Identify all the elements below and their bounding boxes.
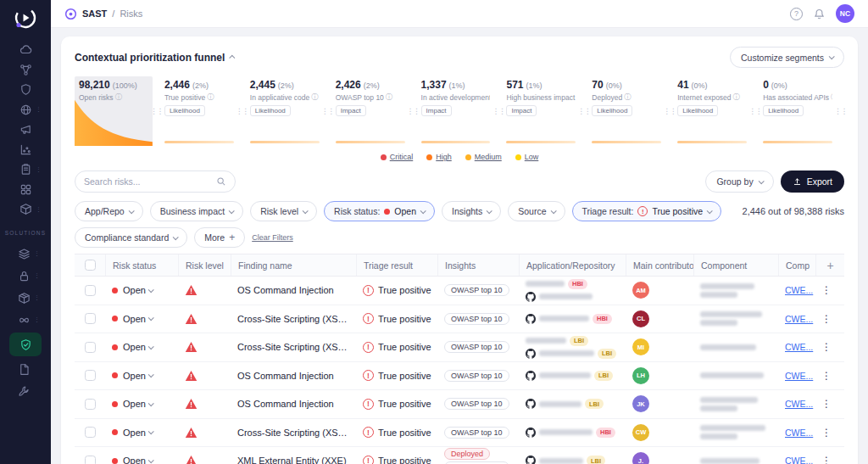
filter-chip-app-repo[interactable]: App/Repo xyxy=(75,201,143,221)
customize-segments-button[interactable]: Customize segments xyxy=(730,47,844,68)
row-checkbox[interactable] xyxy=(85,285,96,296)
finding-name-cell[interactable]: Cross-Site Scripting (XSS) DO... xyxy=(231,428,356,438)
contributor-avatar[interactable]: JK xyxy=(632,395,649,412)
row-checkbox[interactable] xyxy=(85,342,96,353)
group-by-dropdown[interactable]: Group by xyxy=(705,171,773,193)
row-checkbox[interactable] xyxy=(85,456,96,464)
app-logo[interactable] xyxy=(13,5,38,31)
sidebar-item-sast-shield[interactable] xyxy=(9,333,42,356)
filter-chip-compliance-standard[interactable]: Compliance standard xyxy=(75,227,187,248)
risk-status-cell[interactable]: Open xyxy=(105,314,178,324)
segment-drag-handle[interactable]: ⋮⋮ xyxy=(751,76,759,146)
row-checkbox[interactable] xyxy=(85,313,96,324)
sidebar-item-globe[interactable]: ⋮ xyxy=(11,100,40,119)
segment-drag-handle[interactable]: ⋮⋮ xyxy=(409,76,417,146)
sidebar-item-layers[interactable]: ⋮ xyxy=(9,244,38,263)
cwe-link[interactable]: CWE... xyxy=(785,314,813,324)
table-row[interactable]: OpenCross-Site Scripting (XSS) DO...!Tru… xyxy=(75,305,844,334)
cwe-link[interactable]: CWE... xyxy=(785,285,813,295)
filter-chip-source[interactable]: Source xyxy=(508,201,565,221)
contributor-avatar[interactable]: MI xyxy=(632,338,649,355)
kebab-menu-icon[interactable]: ⋮ xyxy=(821,284,832,296)
sidebar-item-grid[interactable] xyxy=(11,180,40,198)
risk-status-cell[interactable]: Open xyxy=(105,371,178,381)
export-button[interactable]: Export xyxy=(781,171,844,193)
sidebar-item-inventory[interactable]: ⋮ xyxy=(11,200,40,219)
cwe-link[interactable]: CWE... xyxy=(785,371,813,381)
application-repository-cell[interactable]: HBI xyxy=(519,314,626,324)
filter-chip-risk-status[interactable]: Risk status:Open xyxy=(324,201,435,221)
application-repository-cell[interactable]: HBI xyxy=(519,279,626,302)
segment-drag-handle[interactable]: ⋮⋮ xyxy=(494,76,502,146)
finding-name-cell[interactable]: OS Command Injection xyxy=(231,371,356,381)
row-checkbox[interactable] xyxy=(85,427,96,438)
segment-drag-handle[interactable]: ⋮⋮ xyxy=(238,76,246,146)
segment-drag-handle[interactable]: ⋮⋮ xyxy=(324,76,331,146)
funnel-segment[interactable]: 2,446(2%)True positiveⓘLikelihood xyxy=(160,76,238,146)
kebab-menu-icon[interactable]: ⋮ xyxy=(821,427,832,439)
sidebar-item-graph[interactable] xyxy=(11,140,40,159)
funnel-segment[interactable]: 571(1%)High business impactⓘImpact xyxy=(502,76,580,146)
sidebar-item-document[interactable] xyxy=(9,360,38,378)
add-column-button[interactable]: + xyxy=(815,254,844,276)
table-row[interactable]: OpenCross-Site Scripting (XSS) DO...!Tru… xyxy=(75,333,844,362)
kebab-menu-icon[interactable]: ⋮ xyxy=(821,370,832,382)
clear-filters-link[interactable]: Clear Filters xyxy=(252,233,293,242)
sidebar-item-megaphone[interactable] xyxy=(11,120,40,139)
contributor-avatar[interactable]: CL xyxy=(632,310,649,327)
table-row[interactable]: OpenOS Command Injection!True positiveOW… xyxy=(75,362,844,391)
collapse-chevron-icon[interactable] xyxy=(230,55,236,61)
legend-item-high[interactable]: High xyxy=(426,153,452,161)
table-row[interactable]: OpenXML External Entity (XXE)!True posit… xyxy=(75,447,844,464)
finding-name-cell[interactable]: OS Command Injection xyxy=(231,399,356,409)
funnel-segment[interactable]: 2,445(2%)In applicative codeⓘLikelihood xyxy=(246,76,324,146)
sidebar-item-pipeline[interactable]: ⋮ xyxy=(9,310,38,329)
application-repository-cell[interactable]: HBI xyxy=(519,428,626,438)
sidebar-item-shield[interactable] xyxy=(11,81,40,99)
legend-item-critical[interactable]: Critical xyxy=(381,153,414,161)
application-repository-cell[interactable]: LBILBI xyxy=(519,336,626,359)
legend-item-medium[interactable]: Medium xyxy=(465,153,502,161)
filter-chip-triage-result[interactable]: Triage result:!True positive xyxy=(572,201,722,221)
search-box[interactable] xyxy=(75,171,236,193)
segment-drag-handle[interactable]: ⋮⋮ xyxy=(837,76,844,146)
funnel-title[interactable]: Contextual prioritization funnel xyxy=(75,52,235,64)
segment-drag-handle[interactable]: ⋮⋮ xyxy=(665,76,673,146)
funnel-segment[interactable]: 70(0%)DeployedⓘLikelihood xyxy=(587,76,665,146)
filter-chip-business-impact[interactable]: Business impact xyxy=(150,201,243,221)
segment-drag-handle[interactable]: ⋮⋮ xyxy=(153,76,160,146)
risk-status-cell[interactable]: Open xyxy=(105,428,178,438)
row-checkbox[interactable] xyxy=(85,370,96,381)
application-repository-cell[interactable]: LBI xyxy=(519,399,626,409)
sidebar-item-clipboard[interactable]: ⋮ xyxy=(11,160,40,179)
application-repository-cell[interactable]: LBI xyxy=(519,456,626,464)
kebab-menu-icon[interactable]: ⋮ xyxy=(821,398,832,410)
risk-status-cell[interactable]: Open xyxy=(105,342,178,352)
cwe-link[interactable]: CWE... xyxy=(785,399,813,409)
application-repository-cell[interactable]: LBI xyxy=(519,371,626,381)
select-all-checkbox[interactable] xyxy=(85,260,96,271)
risk-status-cell[interactable]: Open xyxy=(105,399,178,409)
funnel-segment[interactable]: 0(0%)Has associated APIsⓘLikelihood xyxy=(759,76,837,146)
filter-chip-more[interactable]: More+ xyxy=(194,227,245,248)
sidebar-item-toolkit[interactable] xyxy=(9,382,38,400)
notifications-bell-icon[interactable] xyxy=(813,8,826,20)
kebab-menu-icon[interactable]: ⋮ xyxy=(821,455,832,464)
risk-status-cell[interactable]: Open xyxy=(105,456,178,464)
filter-chip-risk-level[interactable]: Risk level xyxy=(250,201,317,221)
row-checkbox[interactable] xyxy=(85,399,96,410)
funnel-segment[interactable]: 41(0%)Internet exposedⓘLikelihood xyxy=(673,76,751,146)
table-row[interactable]: OpenOS Command Injection!True positiveOW… xyxy=(75,277,844,305)
cwe-link[interactable]: CWE... xyxy=(785,342,813,352)
finding-name-cell[interactable]: Cross-Site Scripting (XSS) DO... xyxy=(231,314,356,324)
breadcrumb-product[interactable]: SAST xyxy=(82,8,107,19)
table-row[interactable]: OpenCross-Site Scripting (XSS) DO...!Tru… xyxy=(75,419,844,448)
contributor-avatar[interactable]: LH xyxy=(632,367,649,384)
segment-drag-handle[interactable]: ⋮⋮ xyxy=(580,76,587,146)
sidebar-item-package[interactable]: ⋮ xyxy=(9,288,38,307)
risk-status-cell[interactable]: Open xyxy=(105,285,178,295)
contributor-avatar[interactable]: J. xyxy=(632,452,649,464)
sidebar-item-cloud[interactable] xyxy=(11,41,40,59)
legend-item-low[interactable]: Low xyxy=(515,153,539,161)
kebab-menu-icon[interactable]: ⋮ xyxy=(821,313,832,325)
